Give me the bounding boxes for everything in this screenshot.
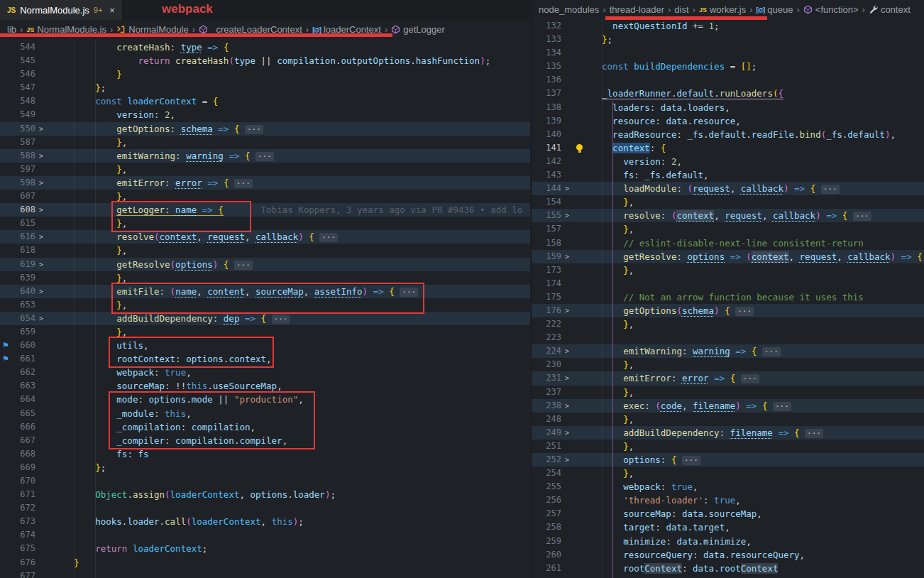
fold-gutter: [35, 461, 47, 474]
fold-chevron-icon[interactable]: >: [35, 203, 47, 217]
code-line: 257 sourceMap: data.sourceMap,: [532, 507, 924, 520]
code-line: 662 webpack: true,: [0, 366, 530, 379]
bulb-gutter: [573, 19, 587, 33]
fold-chevron-icon[interactable]: >: [561, 453, 573, 467]
line-number: 661: [11, 352, 35, 366]
fold-gutter: [561, 494, 573, 507]
line-number: 615: [11, 217, 35, 230]
code-line: 144> loadModule: (request, callback) => …: [532, 182, 924, 195]
line-number: 598: [11, 176, 35, 190]
code-text: [47, 569, 530, 578]
breadcrumb-item[interactable]: [@]queue: [757, 4, 793, 15]
bulb-gutter: [573, 467, 587, 480]
lightbulb-icon[interactable]: [573, 141, 587, 155]
line-number: 618: [11, 244, 35, 257]
code-text: minimize: data.minimize,: [587, 535, 924, 548]
code-text: options: { ···: [587, 453, 924, 467]
fold-gutter: [561, 114, 573, 128]
tab-normalmodule[interactable]: JS NormalModule.js 9+ ×: [0, 0, 123, 20]
bulb-gutter: [573, 195, 587, 209]
code-text: version: 2,: [587, 155, 924, 168]
code-line: 639 },: [0, 271, 530, 285]
code-editor-right[interactable]: 132 nextQuestionId += 1;133 };134135 con…: [532, 19, 924, 578]
code-line: 252> options: { ···: [532, 453, 924, 467]
breadcrumb-item[interactable]: getLogger: [391, 24, 445, 35]
fold-chevron-icon[interactable]: >: [35, 312, 47, 325]
code-line: 141 context: {: [532, 141, 924, 155]
code-line: 132 nextQuestionId += 1;: [532, 19, 924, 33]
line-number: 668: [11, 447, 35, 461]
fold-chevron-icon[interactable]: >: [561, 304, 573, 317]
symbol-method-icon: [391, 25, 400, 34]
fold-chevron-icon[interactable]: >: [561, 426, 573, 440]
code-line: 669 };: [0, 461, 530, 474]
wrench-icon: [869, 5, 878, 14]
fold-gutter: [35, 528, 47, 542]
code-text: emitFile: (name, content, sourceMap, ass…: [47, 285, 530, 298]
bookmark-gutter: [0, 515, 11, 528]
editor-pane-left: JS NormalModule.js 9+ × webpack lib›JSNo…: [0, 0, 530, 578]
fold-chevron-icon[interactable]: >: [35, 176, 47, 190]
fold-gutter: [561, 33, 573, 46]
code-line: 139 resource: data.resource,: [532, 114, 924, 128]
breadcrumb-item[interactable]: _createLoaderContext: [199, 24, 302, 35]
fold-chevron-icon[interactable]: >: [561, 371, 573, 385]
code-text: },: [47, 217, 530, 230]
breadcrumb-item[interactable]: node_modules: [539, 4, 599, 15]
close-icon[interactable]: ×: [109, 5, 115, 16]
fold-chevron-icon[interactable]: >: [35, 122, 47, 136]
code-editor-left[interactable]: 544 createHash: type => {545 return crea…: [0, 40, 530, 578]
breadcrumb-label: NormalModule: [128, 24, 189, 35]
code-text: },: [587, 195, 924, 209]
line-number: 154: [532, 195, 561, 209]
bookmark-gutter: [0, 556, 11, 569]
bulb-gutter: [573, 480, 587, 494]
fold-chevron-icon[interactable]: >: [35, 230, 47, 244]
code-text: _loaderRunner.default.runLoaders({: [587, 87, 924, 100]
code-text: sourceMap: !!this.useSourceMap,: [47, 379, 530, 393]
breadcrumb-separator: ›: [306, 24, 309, 35]
editor-pane-right: node_modules›thread-loader›dist›JSworker…: [531, 0, 924, 578]
fold-gutter: [35, 556, 47, 569]
fold-chevron-icon[interactable]: >: [35, 258, 47, 271]
code-line: 155> resolve: (context, request, callbac…: [532, 209, 924, 222]
breadcrumb-item[interactable]: JSworker.js: [699, 4, 746, 15]
fold-gutter: [35, 136, 47, 149]
fold-chevron-icon[interactable]: >: [561, 250, 573, 263]
line-number: 653: [11, 298, 35, 312]
breadcrumb-item[interactable]: context: [869, 4, 911, 15]
fold-gutter: [35, 40, 47, 54]
bulb-gutter: [573, 304, 587, 317]
breadcrumb-item[interactable]: NormalModule: [116, 24, 189, 35]
breadcrumb-item[interactable]: JSNormalModule.js: [26, 24, 106, 35]
bulb-gutter: [573, 101, 587, 114]
bookmark-gutter: [0, 40, 11, 54]
fold-chevron-icon[interactable]: >: [35, 285, 47, 298]
fold-chevron-icon[interactable]: >: [561, 209, 573, 222]
js-file-icon: JS: [7, 6, 16, 14]
fold-chevron-icon[interactable]: >: [35, 149, 47, 163]
code-text: [47, 528, 530, 542]
symbol-field-icon: [@]: [757, 6, 765, 13]
tab-problems-badge: 9+: [94, 6, 103, 14]
breadcrumb-item[interactable]: <function>: [803, 4, 859, 15]
fold-chevron-icon[interactable]: >: [561, 344, 573, 358]
fold-chevron-icon[interactable]: >: [561, 399, 573, 413]
line-number: 587: [11, 136, 35, 149]
code-line: 547 };: [0, 81, 530, 94]
bookmark-gutter: [0, 244, 11, 257]
code-line: 668 fs: fs: [0, 447, 530, 461]
bulb-gutter: [573, 494, 587, 507]
breadcrumb-item[interactable]: [@]loaderContext: [312, 24, 381, 35]
breadcrumb-label: lib: [7, 24, 16, 35]
breadcrumb-item[interactable]: thread-loader: [610, 4, 664, 15]
code-text: },: [587, 317, 924, 331]
breadcrumb-item[interactable]: dist: [674, 4, 688, 15]
line-number: 254: [532, 467, 561, 480]
fold-chevron-icon[interactable]: >: [561, 182, 573, 195]
line-number: 159: [532, 250, 561, 263]
code-line: 248 },: [532, 413, 924, 426]
breadcrumb-separator: ›: [749, 4, 752, 15]
breadcrumb-item[interactable]: lib: [7, 24, 16, 35]
bulb-gutter: [573, 277, 587, 290]
